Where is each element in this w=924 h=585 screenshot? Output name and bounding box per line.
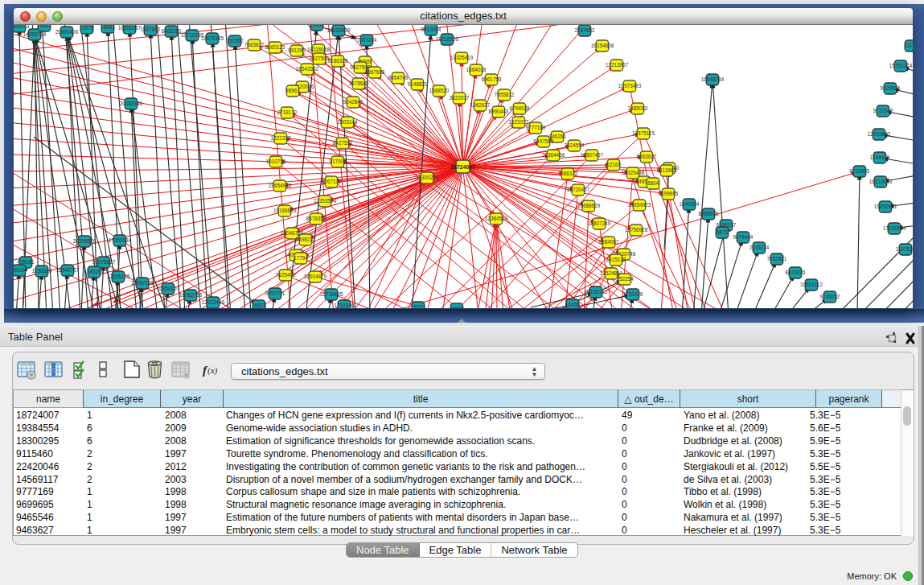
svg-text:9242845: 9242845 bbox=[343, 99, 363, 105]
svg-text:435061: 435061 bbox=[17, 259, 35, 265]
svg-text:16210643: 16210643 bbox=[869, 179, 893, 184]
svg-text:6794028: 6794028 bbox=[510, 105, 530, 111]
svg-text:8813054: 8813054 bbox=[421, 27, 441, 32]
svg-text:9329966: 9329966 bbox=[881, 85, 901, 91]
svg-text:2935114: 2935114 bbox=[749, 245, 770, 250]
svg-text:18807249: 18807249 bbox=[588, 220, 611, 226]
svg-text:11172: 11172 bbox=[905, 43, 913, 48]
svg-text:16648784: 16648784 bbox=[701, 76, 725, 82]
svg-text:9463627: 9463627 bbox=[637, 154, 657, 159]
svg-text:10688609: 10688609 bbox=[577, 203, 601, 208]
svg-text:12505135: 12505135 bbox=[107, 274, 130, 279]
svg-text:20053346: 20053346 bbox=[120, 101, 143, 106]
svg-text:9146821: 9146821 bbox=[408, 81, 428, 87]
svg-text:15720407: 15720407 bbox=[567, 187, 590, 192]
svg-text:6879: 6879 bbox=[717, 229, 729, 235]
svg-text:9884067: 9884067 bbox=[599, 239, 619, 245]
svg-text:9699695: 9699695 bbox=[659, 191, 679, 196]
svg-text:10973493: 10973493 bbox=[618, 83, 642, 89]
svg-text:7625402: 7625402 bbox=[276, 272, 296, 278]
svg-text:10025438: 10025438 bbox=[622, 170, 645, 175]
svg-text:751552: 751552 bbox=[226, 38, 244, 43]
svg-text:18226058: 18226058 bbox=[307, 47, 331, 52]
svg-text:16543382: 16543382 bbox=[296, 66, 319, 72]
svg-text:1244419: 1244419 bbox=[870, 154, 890, 160]
svg-text:9227342: 9227342 bbox=[873, 108, 893, 113]
svg-text:15751074: 15751074 bbox=[889, 63, 913, 68]
svg-text:15300275: 15300275 bbox=[416, 175, 439, 180]
svg-text:6466160: 6466160 bbox=[162, 28, 182, 34]
svg-text:19981: 19981 bbox=[101, 25, 115, 30]
svg-text:20206576: 20206576 bbox=[73, 238, 97, 244]
svg-text:8427552: 8427552 bbox=[333, 140, 353, 146]
svg-text:8471676: 8471676 bbox=[786, 270, 806, 275]
svg-text:9827506: 9827506 bbox=[310, 56, 330, 61]
svg-text:12942757: 12942757 bbox=[56, 267, 80, 273]
svg-text:9777169: 9777169 bbox=[526, 125, 546, 130]
svg-text:7663822: 7663822 bbox=[244, 42, 265, 47]
svg-text:12213967: 12213967 bbox=[606, 62, 629, 68]
svg-text:891295: 891295 bbox=[288, 47, 306, 53]
svg-text:19862: 19862 bbox=[37, 25, 51, 28]
svg-text:18724007: 18724007 bbox=[450, 164, 475, 170]
svg-text:19692971: 19692971 bbox=[874, 204, 897, 209]
svg-text:20891406: 20891406 bbox=[55, 29, 79, 35]
svg-text:917006: 917006 bbox=[329, 159, 347, 164]
svg-text:17016504: 17016504 bbox=[883, 225, 906, 231]
svg-text:12923446: 12923446 bbox=[202, 299, 225, 305]
svg-text:9474444: 9474444 bbox=[733, 234, 754, 240]
svg-text:16033809: 16033809 bbox=[327, 27, 351, 33]
svg-text:1864038: 1864038 bbox=[466, 67, 487, 72]
svg-text:3822037: 3822037 bbox=[450, 95, 470, 101]
svg-text:90975867: 90975867 bbox=[92, 259, 116, 265]
svg-text:8186328: 8186328 bbox=[328, 58, 348, 64]
svg-text:17957255: 17957255 bbox=[131, 280, 154, 286]
svg-text:12093822: 12093822 bbox=[868, 131, 891, 137]
svg-text:1588520: 1588520 bbox=[429, 88, 450, 93]
svg-text:16154808: 16154808 bbox=[591, 43, 614, 48]
svg-text:20364456: 20364456 bbox=[542, 152, 565, 158]
svg-text:10654112: 10654112 bbox=[800, 282, 823, 287]
svg-text:2867608: 2867608 bbox=[365, 69, 385, 75]
svg-text:14136141: 14136141 bbox=[585, 289, 608, 295]
svg-text:1156829: 1156829 bbox=[32, 268, 52, 274]
svg-text:7357224: 7357224 bbox=[357, 37, 377, 43]
svg-text:19654923: 19654923 bbox=[628, 202, 651, 208]
svg-text:14055724: 14055724 bbox=[23, 31, 47, 37]
svg-text:8454749: 8454749 bbox=[388, 75, 409, 80]
svg-text:(x): (x) bbox=[207, 365, 218, 376]
svg-text:12384554: 12384554 bbox=[485, 216, 508, 221]
svg-text:3824554: 3824554 bbox=[565, 142, 585, 148]
svg-text:7485063: 7485063 bbox=[628, 105, 648, 111]
svg-text:1167538: 1167538 bbox=[896, 246, 913, 252]
svg-text:98961: 98961 bbox=[285, 88, 300, 93]
svg-text:8113463: 8113463 bbox=[657, 167, 677, 173]
svg-text:2087682: 2087682 bbox=[575, 27, 595, 33]
svg-text:5498222: 5498222 bbox=[296, 237, 316, 242]
svg-text:16782759: 16782759 bbox=[179, 292, 203, 298]
svg-text:10958107: 10958107 bbox=[157, 286, 180, 291]
svg-text:7632621: 7632621 bbox=[767, 256, 787, 262]
svg-text:16671385: 16671385 bbox=[201, 35, 224, 41]
svg-text:3875685: 3875685 bbox=[349, 80, 369, 86]
svg-text:1221338: 1221338 bbox=[271, 135, 291, 141]
svg-text:1621072: 1621072 bbox=[509, 119, 529, 125]
svg-text:1010755: 1010755 bbox=[266, 159, 286, 164]
svg-text:8958926: 8958926 bbox=[699, 211, 719, 216]
svg-text:11353594: 11353594 bbox=[314, 198, 336, 204]
svg-text:7955812: 7955812 bbox=[495, 92, 515, 97]
svg-text:6497568: 6497568 bbox=[534, 138, 554, 144]
svg-text:16914479: 16914479 bbox=[304, 274, 327, 279]
svg-text:10975: 10975 bbox=[80, 25, 94, 31]
svg-text:19654925: 19654925 bbox=[269, 183, 292, 188]
svg-text:2803144: 2803144 bbox=[338, 119, 358, 125]
svg-text:1615132: 1615132 bbox=[606, 257, 626, 262]
svg-text:62160: 62160 bbox=[606, 162, 621, 167]
svg-text:1145194: 1145194 bbox=[84, 269, 105, 274]
svg-text:19166825: 19166825 bbox=[273, 208, 297, 213]
svg-text:2718170: 2718170 bbox=[277, 109, 298, 115]
svg-text:252254: 252254 bbox=[616, 276, 634, 282]
svg-text:15372: 15372 bbox=[411, 304, 425, 308]
svg-text:1362637: 1362637 bbox=[470, 102, 491, 108]
svg-text:8804: 8804 bbox=[647, 180, 659, 186]
